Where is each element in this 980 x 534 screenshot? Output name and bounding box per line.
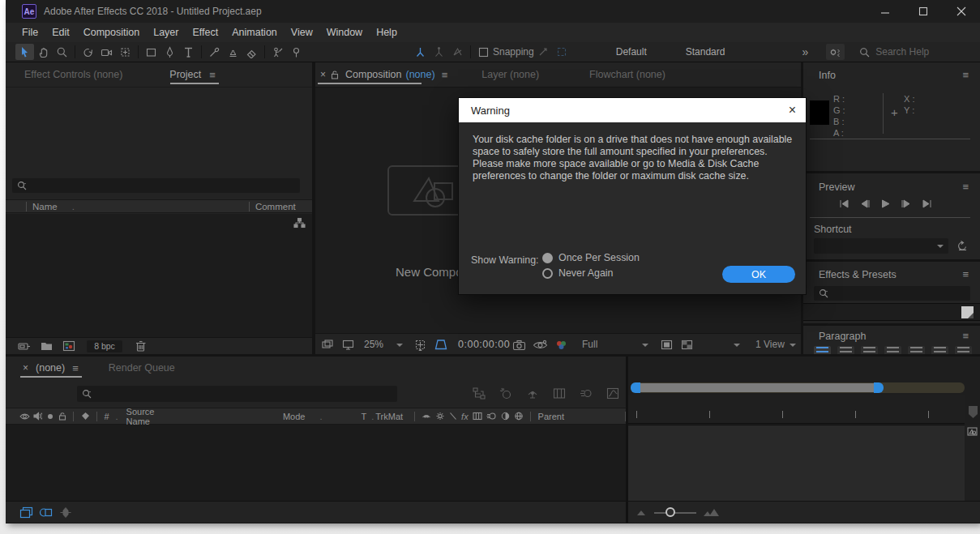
help-search-input[interactable]: Search Help: [859, 46, 929, 58]
tab-timeline-none[interactable]: (none): [36, 362, 65, 374]
first-frame-button[interactable]: [839, 199, 849, 208]
workspace-overflow-button[interactable]: »: [802, 45, 808, 58]
column-comment[interactable]: Comment: [255, 202, 296, 211]
always-preview-icon[interactable]: [322, 340, 334, 350]
draft-3d-icon[interactable]: [499, 387, 512, 399]
tab-composition[interactable]: Composition: [345, 69, 401, 80]
option-never-again[interactable]: Never Again: [542, 267, 614, 279]
motion-blur-icon[interactable]: [580, 387, 593, 399]
view-layout-chevron-icon[interactable]: [734, 344, 740, 347]
bit-depth-button[interactable]: 8 bpc: [87, 340, 122, 352]
minimize-button[interactable]: [866, 0, 904, 23]
paragraph-panel-title[interactable]: Paragraph: [819, 331, 866, 342]
comp-button-icon[interactable]: [967, 427, 978, 438]
solo-icon[interactable]: [47, 413, 53, 420]
next-frame-button[interactable]: [901, 199, 911, 208]
region-of-interest-icon[interactable]: [434, 339, 448, 351]
reset-shortcut-icon[interactable]: [956, 240, 968, 251]
rotation-tool-button[interactable]: [79, 44, 97, 60]
zoom-tool-button[interactable]: [53, 44, 71, 60]
menu-view[interactable]: View: [291, 27, 313, 38]
panel-grabber-icon[interactable]: [961, 305, 974, 319]
target-region-icon[interactable]: [661, 340, 673, 350]
workspace-default-button[interactable]: Default: [616, 46, 647, 58]
grid-guides-icon[interactable]: [414, 339, 426, 351]
preview-panel-menu-icon[interactable]: ≡: [962, 182, 969, 192]
hide-shy-layers-icon[interactable]: [526, 387, 539, 399]
timeline-zoom-knob[interactable]: [665, 507, 675, 517]
view-count-value[interactable]: 1 View: [755, 339, 785, 350]
align-right-button[interactable]: [861, 346, 878, 354]
composition-panel-menu-icon[interactable]: ≡: [442, 70, 448, 80]
timecode-display[interactable]: 0:00:00:00: [458, 339, 510, 350]
project-flowchart-icon[interactable]: [293, 217, 306, 229]
frame-blending-icon[interactable]: [553, 387, 566, 399]
tab-close-icon[interactable]: ×: [320, 69, 326, 80]
lock-icon[interactable]: [331, 70, 339, 79]
menu-file[interactable]: File: [22, 27, 38, 38]
project-panel-menu-icon[interactable]: ≡: [209, 70, 216, 80]
layer-list-area[interactable]: [6, 425, 626, 501]
tab-close-icon[interactable]: ×: [23, 362, 28, 374]
column-mode[interactable]: Mode: [283, 412, 306, 421]
timeline-panel-menu-icon[interactable]: ≡: [72, 363, 79, 374]
tab-layer[interactable]: Layer (none): [481, 69, 539, 80]
justify-all-button[interactable]: [955, 346, 972, 354]
time-ruler[interactable]: [628, 395, 965, 424]
composition-mini-flowchart-icon[interactable]: [473, 387, 486, 399]
eraser-tool-button[interactable]: [242, 44, 261, 60]
snapshot-icon[interactable]: [512, 340, 526, 350]
timeline-search-input[interactable]: [77, 386, 397, 402]
close-button[interactable]: [942, 0, 980, 23]
justify-last-right-button[interactable]: [931, 346, 948, 354]
shortcut-dropdown[interactable]: [814, 238, 948, 254]
adjustment-layer-switch-icon[interactable]: [501, 412, 510, 421]
quality-switch-icon[interactable]: [449, 412, 457, 421]
column-t[interactable]: T: [362, 412, 367, 421]
menu-edit[interactable]: Edit: [52, 27, 70, 38]
tab-project[interactable]: Project: [169, 69, 201, 80]
column-source-name[interactable]: Source Name: [126, 407, 179, 426]
menu-help[interactable]: Help: [376, 27, 397, 38]
3d-layer-switch-icon[interactable]: [514, 412, 524, 421]
workspace-standard-button[interactable]: Standard: [686, 46, 725, 58]
expand-layer-switches-icon[interactable]: [19, 506, 33, 519]
column-parent[interactable]: Parent: [538, 412, 564, 421]
align-left-button[interactable]: [814, 346, 831, 354]
expand-in-out-icon[interactable]: [59, 506, 72, 519]
graph-editor-icon[interactable]: [606, 387, 619, 399]
zoom-in-mountains-icon[interactable]: [703, 508, 721, 517]
maximize-button[interactable]: [904, 0, 942, 23]
new-folder-icon[interactable]: [41, 341, 53, 351]
info-panel-title[interactable]: Info: [819, 70, 836, 81]
preview-panel-title[interactable]: Preview: [819, 182, 854, 193]
expand-transfer-controls-icon[interactable]: [39, 506, 53, 519]
primary-viewer-icon[interactable]: [342, 340, 354, 350]
magnification-value[interactable]: 25%: [364, 339, 383, 350]
hand-tool-button[interactable]: [34, 44, 53, 60]
motion-blur-switch-icon[interactable]: [486, 412, 497, 421]
column-trkmat[interactable]: TrkMat: [375, 412, 403, 421]
interpret-footage-icon[interactable]: [18, 341, 31, 352]
effects-presets-menu-icon[interactable]: ≡: [962, 269, 969, 280]
audio-icon[interactable]: [33, 412, 43, 421]
info-panel-menu-icon[interactable]: ≡: [962, 70, 969, 80]
time-navigator-start-handle[interactable]: [631, 382, 640, 393]
project-search-input[interactable]: [12, 178, 300, 193]
view-count-chevron-icon[interactable]: [790, 344, 796, 347]
ok-button[interactable]: OK: [722, 266, 795, 283]
label-color-icon[interactable]: [81, 412, 90, 421]
lock-column-icon[interactable]: [58, 412, 66, 421]
menu-window[interactable]: Window: [327, 27, 362, 38]
tab-render-queue[interactable]: Render Queue: [109, 362, 175, 374]
column-number[interactable]: #: [104, 412, 109, 421]
zoom-out-mountain-icon[interactable]: [636, 509, 646, 516]
local-axis-mode-button[interactable]: [411, 44, 430, 60]
timeline-zoom-track[interactable]: [654, 512, 696, 514]
justify-last-center-button[interactable]: [908, 346, 925, 354]
rectangle-tool-button[interactable]: [142, 44, 160, 60]
menu-animation[interactable]: Animation: [232, 27, 277, 38]
effects-presets-panel-title[interactable]: Effects & Presets: [819, 269, 897, 280]
track-scroll-strip[interactable]: [965, 425, 980, 501]
selection-tool-button[interactable]: [15, 44, 34, 60]
